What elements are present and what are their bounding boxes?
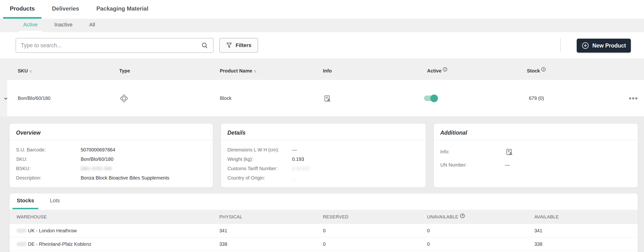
- search-input[interactable]: [21, 42, 201, 49]
- stocks-panel: Stocks Lots WAREHOUSE PHYSICAL RESERVED …: [10, 193, 638, 252]
- unavailable-cell: 0: [427, 237, 430, 251]
- toolbar-divider: [560, 38, 561, 52]
- status-tab-bar: Active Inactive All: [0, 19, 644, 32]
- column-header-unavailable: UNAVAILABLE ?: [427, 210, 465, 224]
- chevron-down-icon: [2, 95, 9, 102]
- additional-card-title: Additional: [440, 130, 467, 136]
- filter-icon: [226, 42, 232, 49]
- search-icon[interactable]: [201, 42, 208, 49]
- column-header-reserved: RESERVED: [323, 210, 348, 224]
- new-product-button-label: New Product: [592, 43, 626, 49]
- overview-row-bsku: BSKU: D8U 4V51 DI9: [16, 164, 206, 173]
- additional-card: Additional Info: UN Number: —: [434, 123, 638, 187]
- overview-row-description: Description: Bonza Block Bioactive Bites…: [16, 173, 206, 183]
- redacted-value: 2 10 9 6: [292, 166, 309, 171]
- kebab-menu-icon[interactable]: [629, 97, 637, 99]
- redacted-value: D8U 4V51 DI9: [81, 166, 112, 171]
- available-cell: 341: [534, 224, 542, 237]
- row-active-toggle[interactable]: [424, 80, 438, 117]
- reserved-cell: 0: [323, 224, 326, 237]
- additional-row-info: Info:: [440, 145, 631, 158]
- stocks-table-header: WAREHOUSE PHYSICAL RESERVED UNAVAILABLE …: [10, 210, 638, 224]
- stock-table-row[interactable]: UK - London Heathrow 341 0 0 341: [10, 224, 638, 237]
- details-card-title: Details: [228, 130, 246, 136]
- column-header-warehouse: WAREHOUSE: [16, 210, 47, 224]
- notes-alert-icon[interactable]: [505, 148, 514, 156]
- stock-table-row[interactable]: DE - Rheinland-Pfalz Koblenz 338 0 0 338: [10, 237, 638, 251]
- tab-all[interactable]: All: [85, 19, 99, 32]
- details-row-customs-tariff: Customs Tariff Number: 2 10 9 6: [228, 164, 419, 173]
- redacted-prefix: [16, 242, 26, 246]
- row-expander[interactable]: [2, 80, 9, 117]
- row-info[interactable]: [323, 80, 332, 117]
- details-row-weight: Weight (kg): 0.193: [228, 155, 419, 164]
- overview-row-barcode: S.U. Barcode: 5070000697864: [16, 145, 206, 155]
- products-table-header: SKU ↑↓ Type Product Name ↑↓ Info Active …: [0, 59, 644, 80]
- filters-button-label: Filters: [236, 42, 252, 49]
- unavailable-cell: 0: [427, 224, 430, 237]
- column-header-stock: Stock i: [527, 68, 546, 74]
- additional-row-un-number: UN Number: —: [440, 158, 631, 172]
- details-row-dimensions: Dimensions L W H (cm): —: [228, 145, 419, 155]
- overview-card-title: Overview: [16, 130, 40, 136]
- notes-alert-icon: [323, 94, 332, 103]
- warehouse-cell: DE - Rheinland-Pfalz Koblenz: [16, 237, 92, 251]
- tab-products[interactable]: Products: [3, 0, 42, 19]
- available-cell: 338: [534, 237, 542, 251]
- tab-active[interactable]: Active: [19, 19, 42, 32]
- row-stock: 679 (0): [529, 80, 544, 117]
- column-header-info: Info: [323, 68, 332, 74]
- overview-card: Overview S.U. Barcode: 5070000697864 SKU…: [10, 123, 213, 187]
- column-header-type: Type: [119, 68, 130, 74]
- column-header-physical: PHYSICAL: [219, 210, 242, 224]
- tab-deliveries[interactable]: Deliveries: [45, 0, 86, 19]
- question-circle-icon[interactable]: ?: [460, 214, 465, 218]
- new-product-button[interactable]: New Product: [577, 39, 631, 53]
- sort-icon[interactable]: ↑↓: [254, 69, 256, 73]
- sort-icon[interactable]: ↑↓: [29, 69, 31, 73]
- row-actions[interactable]: [629, 80, 637, 117]
- reserved-cell: 0: [323, 237, 326, 251]
- info-circle-icon[interactable]: i: [443, 67, 447, 72]
- physical-cell: 338: [219, 237, 227, 251]
- warehouse-cell: UK - London Heathrow: [16, 224, 76, 237]
- row-sku: Bon/Blo/60/180: [18, 80, 50, 117]
- tab-lots[interactable]: Lots: [46, 193, 64, 209]
- tab-inactive[interactable]: Inactive: [50, 19, 76, 32]
- row-product-name: Block: [220, 80, 232, 117]
- redacted-prefix: [16, 228, 26, 233]
- column-header-product-name[interactable]: Product Name ↑↓: [220, 68, 256, 74]
- main-tab-bar: Products Deliveries Packaging Material: [0, 0, 644, 19]
- redacted-value: ...: [292, 175, 296, 181]
- details-card: Details Dimensions L W H (cm): — Weight …: [221, 123, 426, 187]
- tab-packaging-material[interactable]: Packaging Material: [90, 0, 155, 19]
- product-type-icon: [119, 80, 129, 117]
- tab-stocks[interactable]: Stocks: [12, 193, 38, 209]
- filters-button[interactable]: Filters: [219, 38, 258, 53]
- overview-row-sku: SKU: Bon/Blo/60/180: [16, 155, 206, 164]
- info-circle-icon[interactable]: i: [541, 67, 546, 72]
- product-table-row[interactable]: Bon/Blo/60/180 Block 679 (0): [0, 80, 644, 117]
- column-header-active: Active i: [427, 68, 447, 74]
- toolbar: Filters New Product: [0, 32, 644, 59]
- column-header-sku[interactable]: SKU ↑↓: [18, 68, 31, 74]
- search-box: [16, 38, 214, 53]
- physical-cell: 341: [219, 224, 227, 237]
- toggle-switch[interactable]: [424, 94, 438, 102]
- plus-circle-icon: [582, 42, 589, 49]
- details-row-country-of-origin: Country of Origin: ...: [228, 173, 419, 183]
- column-header-available: AVAILABLE: [534, 210, 559, 224]
